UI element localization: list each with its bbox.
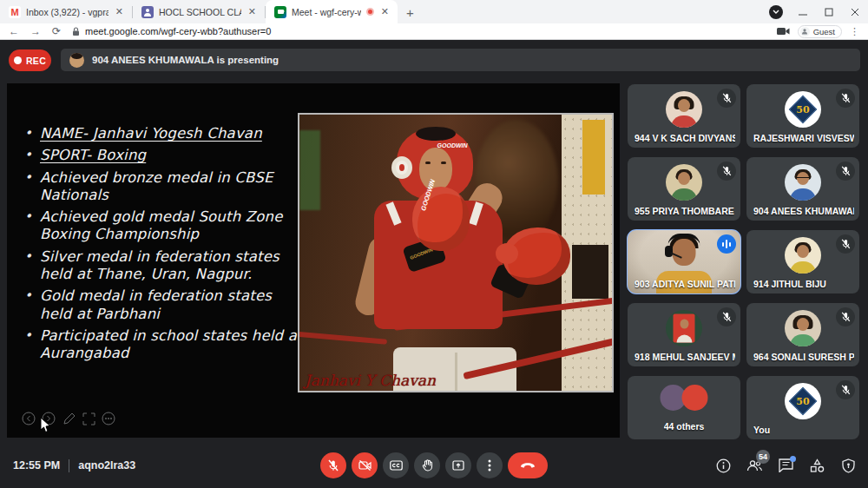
tab-recording-icon [366,8,374,16]
participant-tile[interactable]: 44 others [628,376,740,439]
browser-window: M Inbox (3,922) - vgpratima@mes ✕ HOCL S… [0,0,868,488]
info-icon[interactable] [714,457,732,474]
headgear-earpad [391,156,412,179]
speaking-indicator-icon [717,234,736,254]
chat-notification-dot [790,456,796,462]
close-window-button[interactable] [842,0,868,23]
eye [441,162,446,164]
participant-tile[interactable]: 944 V K SACH DIVYANSHI [628,84,740,148]
meeting-side-icons: 54 [714,443,857,488]
tab-gmail[interactable]: M Inbox (3,922) - vgpratima@mes ✕ [0,0,132,23]
refresh-icon[interactable]: ⟳ [52,26,61,36]
slide-controls [21,411,116,426]
photo-watermark: Janhavi Y Chavan [305,372,436,389]
participant-tile[interactable]: 964 SONALI SURESH PA... [746,303,859,366]
boxer-photo: GOODWIN GOODWIN GOODWIN Janhavi Y Chavan [298,113,614,392]
captions-button[interactable] [383,452,409,478]
avatar [785,164,821,201]
profile-button[interactable]: Guest [798,25,842,38]
participant-tile[interactable]: 955 PRIYA THOMBARE [628,157,740,221]
slide-bullet: Silver medal in federation states held a… [24,248,304,284]
participant-name: 964 SONALI SURESH PA... [753,352,854,362]
slide-bullet-text: Gold medal in federation states held at … [40,287,272,321]
participant-name: 918 MEHUL SANJEEV M... [635,352,735,362]
group-avatars [661,385,708,411]
raise-hand-button[interactable] [414,452,440,478]
avatar [785,237,821,274]
headgear-brand: GOODWIN [437,142,468,148]
presenting-banner: 904 ANEES KHUMAWALA is presenting [61,49,860,71]
close-tab-icon[interactable]: ✕ [114,6,125,17]
avatar: 50 [785,383,821,419]
slide-bullet: SPORT- Boxing [24,147,304,164]
participants-icon[interactable]: 54 [746,457,763,474]
participant-tile[interactable]: 903 ADITYA SUNIL PATIL [628,230,740,293]
participant-tile[interactable]: 904 ANEES KHUMAWALA [746,157,859,221]
logo-number: 50 [796,104,809,115]
meet-icon [274,6,286,18]
browser-toolbar: ← → ⟳ meet.google.com/wgf-cery-wbb?authu… [0,23,868,40]
activities-icon[interactable] [808,457,825,474]
gmail-icon: M [9,6,21,18]
previous-slide-icon[interactable] [21,411,36,426]
participant-name: 914 JITHUL BIJU [753,279,826,289]
close-tab-icon[interactable]: ✕ [247,6,258,17]
present-button[interactable] [445,452,471,478]
tab-meet-active[interactable]: Meet - wgf-cery-wbb ✕ [266,0,398,23]
avatar [785,310,821,346]
host-controls-icon[interactable] [839,457,857,474]
participant-tile[interactable]: 914 JITHUL BIJU [746,230,859,293]
more-actions-button[interactable] [477,452,503,478]
participant-name: 903 ADITYA SUNIL PATIL [635,279,735,289]
mic-off-icon [836,380,855,399]
toolbar-right: Guest ⋮ [777,25,859,38]
mic-off-icon [717,162,736,181]
annotate-icon[interactable] [61,411,76,426]
maximize-button[interactable] [816,0,842,23]
tab-title: Inbox (3,922) - vgpratima@mes [26,7,108,17]
participant-count-badge: 54 [756,450,770,464]
participant-tile[interactable]: 50 You [746,376,859,439]
headgear-top [416,127,456,141]
forward-icon[interactable]: → [30,26,41,36]
fullscreen-icon[interactable] [81,411,96,426]
body [790,188,816,201]
body [671,115,697,128]
window-controls [769,0,868,23]
participant-tile[interactable]: 918 MEHUL SANJEEV M... [628,303,740,366]
camera-in-use-icon[interactable] [777,27,790,36]
photo-detail [299,130,320,210]
mic-off-icon [717,307,736,326]
media-controls-icon[interactable] [769,5,783,19]
recording-badge: REC [9,49,51,71]
mic-muted-button[interactable] [320,452,346,478]
back-icon[interactable]: ← [9,26,19,36]
slide-bullet-text: Achieved gold medal South Zone Boxing Ch… [40,208,283,242]
mic-off-icon [836,307,855,326]
mouse-cursor [40,417,51,433]
glove-thumb [496,243,518,264]
padlock-icon [72,27,80,36]
avatar [666,91,702,128]
address-bar[interactable]: meet.google.com/wgf-cery-wbb?authuser=0 [72,26,777,36]
presentation-slide[interactable]: NAME- Janhavi Yogesh Chavan SPORT- Boxin… [7,83,620,438]
tab-classroom[interactable]: HOCL SCHOOL CLASS 9TH [2021 ✕ [133,0,265,23]
minimize-button[interactable] [790,0,816,23]
new-tab-button[interactable]: + [398,5,423,23]
browser-menu-icon[interactable]: ⋮ [850,26,859,37]
boxing-glove: GOODWIN [412,187,470,251]
avatar [666,310,702,346]
photo-detail [572,245,608,299]
camera-off-button[interactable] [352,452,378,478]
close-tab-icon[interactable]: ✕ [379,6,391,17]
participant-name: You [753,425,770,435]
participant-name: 944 V K SACH DIVYANSHI [635,133,735,143]
photo-detail [582,120,605,195]
participant-name: 904 ANEES KHUMAWALA [753,206,854,216]
body [790,261,816,274]
participant-tile[interactable]: 50 RAJESHWARI VISVESWA... [746,84,859,148]
end-call-button[interactable] [508,452,548,478]
slide-bullet-text: SPORT- Boxing [40,147,146,163]
chat-icon[interactable] [777,457,794,474]
more-options-icon[interactable] [101,411,116,426]
